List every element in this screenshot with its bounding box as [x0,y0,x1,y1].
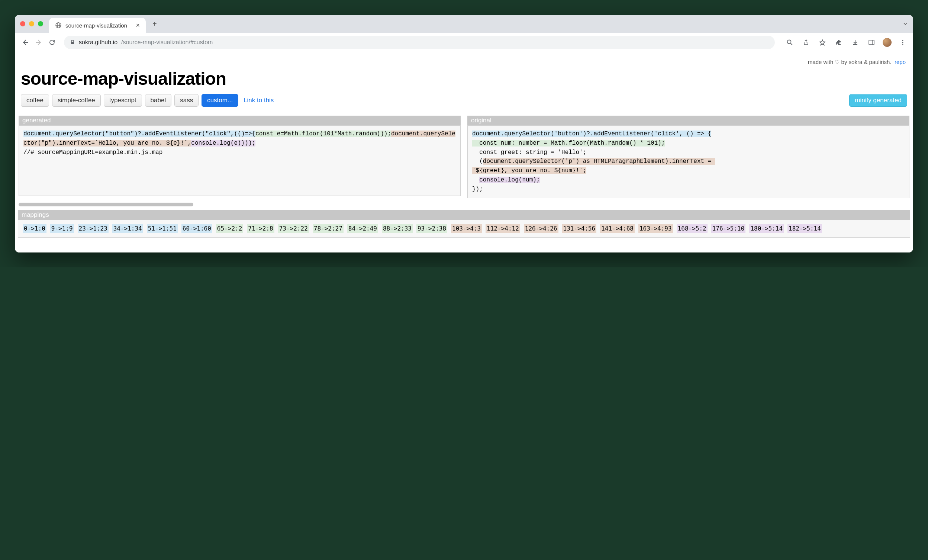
mapping-item[interactable]: 60->1:60 [182,224,212,233]
mapping-item[interactable]: 88->2:33 [382,224,413,233]
new-tab-button[interactable]: + [150,18,160,30]
tab-babel[interactable]: babel [145,94,172,107]
back-button[interactable] [20,37,31,47]
svg-line-5 [791,43,793,45]
tabs-expand-icon[interactable] [903,21,908,26]
browser-window: source-map-visualization × + sokra.githu… [15,15,913,252]
svg-rect-3 [71,42,74,44]
mapping-item[interactable]: 182->5:14 [788,224,822,233]
mapping-item[interactable]: 163->4:93 [638,224,673,233]
mapping-item[interactable]: 180->5:14 [749,224,784,233]
browser-tabbar: source-map-visualization × + [15,15,913,33]
address-bar[interactable]: sokra.github.io/source-map-visualization… [64,36,775,49]
search-icon[interactable] [785,37,795,47]
tab-coffee[interactable]: coffee [21,94,49,107]
credit-prefix: made with ♡ by [808,59,849,65]
svg-point-8 [902,40,904,41]
svg-point-9 [902,42,904,43]
scrollbar-thumb[interactable] [18,203,193,206]
tab-typescript[interactable]: typescript [104,94,142,107]
mapping-item[interactable]: 9->1:9 [50,224,74,233]
original-panel-header: original [467,116,910,125]
minify-button[interactable]: minify generated [849,94,907,107]
generated-code[interactable]: document.querySelector("button")?.addEve… [18,125,461,196]
sidepanel-icon[interactable] [866,37,877,47]
share-icon[interactable] [801,37,811,47]
mapping-item[interactable]: 103->4:3 [451,224,482,233]
original-code[interactable]: document.querySelector('button')?.addEve… [467,125,910,198]
svg-point-4 [788,40,791,44]
tab-sass[interactable]: sass [174,94,198,107]
mapping-item[interactable]: 73->2:22 [278,224,309,233]
tab-title: source-map-visualization [66,22,127,29]
bookmark-icon[interactable] [817,37,827,47]
tab-close-button[interactable]: × [136,22,140,29]
menu-icon[interactable] [897,37,908,47]
mapping-item[interactable]: 126->4:26 [524,224,559,233]
page-content: made with ♡ by sokra & paulirish. repo s… [15,52,913,252]
mappings-panel: mappings 0->1:09->1:923->1:2334->1:3451-… [18,210,910,238]
link-to-this[interactable]: Link to this [244,97,274,104]
download-icon[interactable] [850,37,860,47]
mapping-item[interactable]: 176->5:10 [711,224,746,233]
mapping-item[interactable]: 34->1:34 [112,224,143,233]
mapping-item[interactable]: 131->4:56 [562,224,597,233]
profile-avatar[interactable] [883,38,891,47]
controls-row: coffee simple-coffee typescript babel sa… [18,94,910,116]
mapping-item[interactable]: 141->4:68 [600,224,635,233]
generated-panel: generated document.querySelector("button… [18,116,461,198]
tab-custom[interactable]: custom... [201,94,238,107]
mapping-item[interactable]: 78->2:27 [313,224,343,233]
url-path: /source-map-visualization/#custom [121,39,213,46]
svg-point-10 [902,44,904,44]
window-maximize-button[interactable] [38,21,43,26]
reload-button[interactable] [47,37,57,47]
browser-tab[interactable]: source-map-visualization × [49,18,146,33]
mapping-item[interactable]: 23->1:23 [78,224,108,233]
horizontal-scrollbar[interactable] [18,203,910,206]
mapping-item[interactable]: 71->2:8 [247,224,274,233]
svg-rect-6 [869,40,874,44]
forward-button[interactable] [34,37,44,47]
tab-simple-coffee[interactable]: simple-coffee [52,94,101,107]
browser-toolbar: sokra.github.io/source-map-visualization… [15,33,913,52]
mapping-item[interactable]: 0->1:0 [23,224,46,233]
window-minimize-button[interactable] [29,21,34,26]
mapping-item[interactable]: 51->1:51 [147,224,178,233]
window-close-button[interactable] [20,21,25,26]
lock-icon [70,40,75,45]
generated-panel-header: generated [18,116,461,125]
page-title: source-map-visualization [18,69,910,94]
mapping-item[interactable]: 112->4:12 [485,224,520,233]
mappings-panel-header: mappings [18,210,910,220]
traffic-lights [20,21,43,26]
globe-icon [55,22,62,29]
mapping-item[interactable]: 84->2:49 [347,224,378,233]
original-panel: original document.querySelector('button'… [467,116,910,198]
mapping-item[interactable]: 93->2:38 [417,224,447,233]
mapping-item[interactable]: 168->5:2 [677,224,708,233]
url-host: sokra.github.io [79,39,118,46]
extensions-icon[interactable] [833,37,844,47]
mapping-item[interactable]: 65->2:2 [216,224,243,233]
credit-line: made with ♡ by sokra & paulirish. repo [18,59,910,69]
credit-authors: sokra & paulirish. [849,59,891,65]
mappings-list: 0->1:09->1:923->1:2334->1:3451->1:5160->… [18,220,910,238]
repo-link[interactable]: repo [894,59,906,65]
